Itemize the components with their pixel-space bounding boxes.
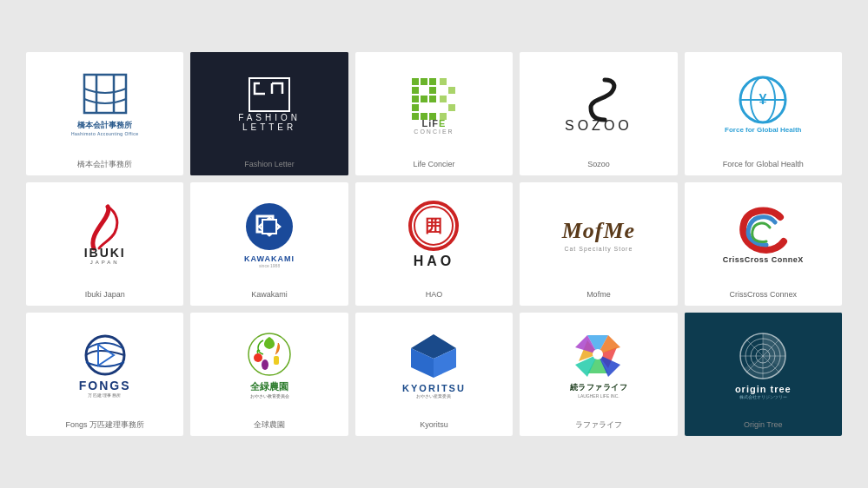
svg-rect-18 (448, 87, 455, 94)
logo-card-sozoo[interactable]: SOZOO Sozoo (520, 52, 677, 175)
logo-card-origin-tree[interactable]: origin tree 株式会社オリジンツリー Origin Tree (685, 313, 842, 436)
farm-subtext: おやさい教育委員会 (250, 393, 289, 399)
svg-rect-12 (429, 96, 436, 102)
sozoo-logo: SOZOO (565, 75, 633, 134)
svg-marker-34 (98, 345, 114, 366)
logo-visual-hashimoto: 橋本会計事務所 Hashimoto Accounting Office (26, 52, 183, 156)
logo-card-fashion-letter[interactable]: FASHION LETTER Fashion Letter (190, 52, 348, 175)
life-subtext: CONCIER (414, 129, 454, 135)
logo-visual-crisscross: CrissCross ConneX (685, 182, 842, 287)
logo-visual-farm: 全緑農園 おやさい教育委員会 (190, 313, 348, 417)
svg-rect-5 (412, 78, 419, 85)
logo-card-force-global-health[interactable]: ¥ Force for Global Health Force for Glob… (685, 52, 842, 175)
kawakami-logo: KAWAKAMI since 1988 (243, 201, 295, 268)
force-icon: ¥ (737, 74, 789, 126)
kyoritsu-text: KYORITSU (402, 383, 466, 393)
logo-visual-origin: origin tree 株式会社オリジンツリー (685, 313, 842, 417)
svg-point-33 (86, 336, 124, 374)
fongs-label: Fongs 万匹建理事務所 (62, 417, 148, 436)
logo-visual-fongs: FONGS 万匹建理事務所 (26, 313, 183, 417)
crisscross-logo: CrissCross ConneX (723, 205, 804, 264)
life-text: LiFE (422, 118, 447, 129)
laugh-icon (570, 330, 626, 380)
svg-rect-17 (440, 78, 447, 85)
sozoo-label: Sozoo (584, 156, 613, 175)
svg-rect-10 (412, 96, 419, 102)
mofme-text: MofMe (562, 218, 635, 244)
origin-text: origin tree (735, 384, 792, 394)
svg-text:¥: ¥ (759, 92, 767, 107)
kyoritsu-subtext: おやさい産業委員 (416, 393, 451, 399)
logo-visual-mofme: MofMe Cat Specialty Store (520, 182, 677, 287)
laugh-text: 続ラファライフ (570, 382, 628, 393)
fongs-text: FONGS (79, 379, 131, 392)
svg-rect-8 (429, 87, 436, 94)
logo-card-kawakami[interactable]: KAWAKAMI since 1988 Kawakami (190, 182, 348, 306)
hao-icon: 囲 (407, 200, 460, 252)
laugh-subtext: LAUGHER LIFE INC. (578, 393, 620, 399)
logo-card-crisscross[interactable]: CrissCross ConneX CrissCross Connex (685, 182, 842, 306)
svg-rect-29 (262, 220, 276, 234)
origin-icon (737, 330, 789, 382)
logo-visual-kawakami: KAWAKAMI since 1988 (190, 182, 348, 287)
hao-logo: 囲 HAO (407, 200, 460, 269)
logo-visual-life: LiFE CONCIER (355, 52, 513, 156)
svg-point-50 (593, 349, 603, 359)
crisscross-label: CrissCross Connex (726, 287, 801, 306)
hao-label: HAO (422, 287, 447, 306)
kawakami-icon (243, 201, 295, 253)
logo-card-hashimoto[interactable]: 橋本会計事務所 Hashimoto Accounting Office 橋本会計… (26, 52, 183, 175)
logo-visual-kyoritsu: KYORITSU おやさい産業委員 (355, 313, 513, 417)
logo-visual-ibuki: IBUKI JAPAN (26, 182, 183, 287)
force-label: Force for Global Health (719, 156, 807, 175)
ibuki-text: IBUKI (84, 246, 126, 260)
fongs-icon (79, 331, 131, 379)
hashimoto-kanji: 橋本会計事務所 (77, 120, 132, 131)
hashimoto-logo: 橋本会計事務所 Hashimoto Accounting Office (71, 73, 139, 136)
farm-logo: 全緑農園 おやさい教育委員会 (239, 330, 300, 399)
svg-rect-7 (429, 78, 436, 85)
fashion-icon (248, 76, 291, 113)
logo-card-zenryoku-farm[interactable]: 全緑農園 おやさい教育委員会 全球農園 (190, 313, 348, 436)
logo-card-fongs[interactable]: FONGS 万匹建理事務所 Fongs 万匹建理事務所 (26, 313, 183, 436)
logo-card-laugher-life[interactable]: 続ラファライフ LAUGHER LIFE INC. ラファライフ (520, 313, 677, 436)
kawakami-text: KAWAKAMI (244, 254, 295, 263)
mofme-subtext: Cat Specialty Store (564, 246, 633, 252)
logo-visual-hao: 囲 HAO (355, 182, 513, 287)
svg-rect-37 (274, 356, 279, 365)
logo-visual-fashion: FASHION LETTER (190, 52, 348, 156)
sozoo-text: SOZOO (565, 118, 633, 134)
origin-label: Origin Tree (740, 417, 786, 436)
svg-rect-11 (421, 96, 427, 102)
origin-subtext: 株式会社オリジンツリー (739, 394, 787, 399)
fashion-logo: FASHION LETTER (238, 76, 301, 132)
svg-rect-20 (448, 104, 455, 111)
svg-rect-9 (412, 87, 419, 94)
ibuki-subtext: JAPAN (90, 260, 120, 265)
logo-visual-sozoo: SOZOO (520, 52, 677, 156)
logo-card-hao[interactable]: 囲 HAO HAO (355, 182, 513, 306)
logo-card-mofme[interactable]: MofMe Cat Specialty Store Mofme (520, 182, 677, 306)
logo-card-ibuki-japan[interactable]: IBUKI JAPAN Ibuki Japan (26, 182, 183, 306)
logo-card-life-concier[interactable]: LiFE CONCIER Life Concier (355, 52, 513, 175)
ibuki-label: Ibuki Japan (82, 287, 129, 306)
force-logo: ¥ Force for Global Health (725, 74, 801, 135)
logo-visual-force: ¥ Force for Global Health (685, 52, 842, 156)
origin-logo: origin tree 株式会社オリジンツリー (735, 330, 792, 399)
svg-rect-19 (440, 96, 447, 102)
farm-icon (239, 330, 300, 380)
farm-label: 全球農園 (250, 417, 288, 436)
mofme-label: Mofme (583, 287, 614, 306)
fongs-logo: FONGS 万匹建理事務所 (79, 331, 131, 398)
hao-text: HAO (414, 254, 455, 269)
laugh-label: ラファライフ (572, 417, 626, 436)
life-icon (403, 74, 464, 122)
hashimoto-label: 橋本会計事務所 (74, 156, 136, 175)
kawakami-label: Kawakami (248, 287, 291, 306)
laugh-logo: 続ラファライフ LAUGHER LIFE INC. (570, 330, 628, 399)
svg-rect-14 (412, 113, 419, 120)
svg-rect-13 (412, 104, 419, 111)
logo-card-kyoritsu[interactable]: KYORITSU おやさい産業委員 Kyoritsu (355, 313, 513, 436)
logo-gallery: 橋本会計事務所 Hashimoto Accounting Office 橋本会計… (0, 35, 868, 452)
fashion-text2: LETTER (242, 122, 296, 132)
